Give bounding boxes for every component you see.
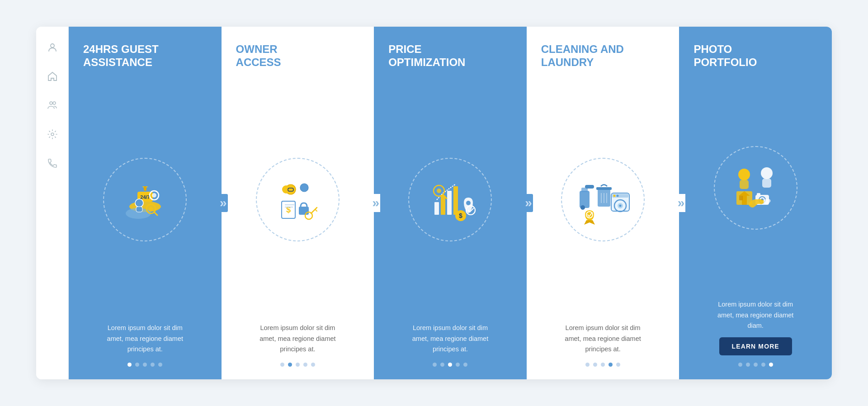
settings-icon[interactable] <box>45 127 60 142</box>
svg-point-42 <box>580 205 585 210</box>
dot-2-4[interactable] <box>303 363 307 367</box>
card3-illustration: $ <box>388 76 512 323</box>
card5-title: PHOTOPORTFOLIO <box>693 43 817 69</box>
card2-title: OWNERACCESS <box>236 43 360 69</box>
svg-point-53 <box>613 194 615 197</box>
svg-point-35 <box>466 201 471 205</box>
dot-1-1[interactable] <box>127 363 132 367</box>
svg-point-3 <box>51 133 54 136</box>
sidebar <box>36 27 69 379</box>
price-icon: $ <box>421 170 480 229</box>
svg-rect-59 <box>762 179 771 188</box>
dot-4-3[interactable] <box>601 363 605 367</box>
svg-point-10 <box>152 193 156 198</box>
cleaning-icon <box>571 170 635 229</box>
home-icon[interactable] <box>45 69 60 84</box>
dot-2-2[interactable] <box>288 363 292 367</box>
card2-desc: Lorem ipsum dolor sit dimamet, mea regio… <box>236 323 360 354</box>
svg-point-33 <box>437 189 441 193</box>
svg-point-54 <box>616 194 618 197</box>
svg-line-27 <box>315 209 317 211</box>
svg-rect-66 <box>757 193 760 195</box>
learn-more-button[interactable]: LEARN MORE <box>719 337 792 355</box>
dot-3-2[interactable] <box>440 363 444 367</box>
chevron-1-icon: » <box>219 194 228 212</box>
svg-point-17 <box>282 185 290 194</box>
user-icon[interactable] <box>45 40 60 55</box>
dot-2-5[interactable] <box>311 363 315 367</box>
svg-rect-29 <box>441 195 445 215</box>
chevron-3-icon: » <box>524 194 533 212</box>
card5-illustration <box>693 76 817 300</box>
svg-point-58 <box>761 167 773 179</box>
dot-4-1[interactable] <box>585 363 590 367</box>
svg-text:$: $ <box>459 212 462 219</box>
dot-3-3[interactable] <box>448 363 452 367</box>
dot-5-1[interactable] <box>738 363 742 367</box>
phone-icon[interactable] <box>45 156 60 170</box>
dot-1-3[interactable] <box>143 363 147 367</box>
card1-desc: Lorem ipsum dolor sit dimamet, mea regio… <box>83 323 207 354</box>
svg-rect-39 <box>580 191 590 208</box>
people-icon[interactable] <box>45 98 60 113</box>
dot-3-1[interactable] <box>433 363 437 367</box>
card1-title: 24HRS GUESTASSISTANCE <box>83 43 207 69</box>
dot-3-5[interactable] <box>463 363 467 367</box>
dot-5-3[interactable] <box>754 363 758 367</box>
concierge-icon: 24/7 <box>116 170 175 229</box>
svg-point-52 <box>619 204 621 207</box>
svg-rect-44 <box>596 187 612 190</box>
chevron-4-icon: » <box>677 194 686 212</box>
svg-point-14 <box>149 207 153 211</box>
svg-rect-62 <box>739 196 743 200</box>
dot-1-2[interactable] <box>135 363 139 367</box>
svg-point-11 <box>135 199 143 207</box>
svg-point-0 <box>51 44 54 47</box>
svg-rect-57 <box>740 180 749 189</box>
dot-5-2[interactable] <box>746 363 750 367</box>
svg-rect-28 <box>434 202 439 215</box>
dot-5-5[interactable] <box>769 363 773 367</box>
card4-illustration <box>541 76 665 323</box>
dot-2-3[interactable] <box>296 363 300 367</box>
svg-rect-12 <box>136 207 142 212</box>
card4-title: CLEANING ANDLAUNDRY <box>541 43 665 69</box>
svg-rect-41 <box>585 185 594 189</box>
svg-rect-24 <box>299 207 309 215</box>
card1-illustration: 24/7 <box>83 76 207 323</box>
svg-rect-5 <box>144 186 146 191</box>
svg-point-2 <box>53 102 56 104</box>
card-cleaning-laundry: CLEANING ANDLAUNDRY <box>527 27 679 379</box>
svg-point-1 <box>50 102 52 104</box>
card1-dots <box>83 363 207 367</box>
svg-line-15 <box>154 212 157 215</box>
card3-title: PRICEOPTIMIZATION <box>388 43 512 69</box>
card3-desc: Lorem ipsum dolor sit dimamet, mea regio… <box>388 323 512 354</box>
card5-desc: Lorem ipsum dolor sit dimamet, mea regio… <box>693 299 817 331</box>
dot-4-4[interactable] <box>609 363 613 367</box>
dot-5-4[interactable] <box>761 363 765 367</box>
svg-text:$: $ <box>286 205 291 214</box>
card3-dots <box>388 363 512 367</box>
portfolio-icon <box>724 159 787 217</box>
svg-rect-30 <box>447 191 452 215</box>
dot-1-4[interactable] <box>151 363 155 367</box>
card-guest-assistance: 24HRS GUESTASSISTANCE 24/7 <box>69 27 222 379</box>
dot-1-5[interactable] <box>158 363 162 367</box>
dot-2-1[interactable] <box>280 363 284 367</box>
card5-dots <box>693 363 817 367</box>
svg-point-18 <box>300 184 308 192</box>
cards-area: 24HRS GUESTASSISTANCE 24/7 <box>69 27 832 379</box>
card2-dots <box>236 363 360 367</box>
card-price-optimization: PRICEOPTIMIZATION <box>374 27 527 379</box>
card4-dots <box>541 363 665 367</box>
card4-desc: Lorem ipsum dolor sit dimamet, mea regio… <box>541 323 665 354</box>
dot-3-4[interactable] <box>456 363 460 367</box>
card2-illustration: $ <box>236 76 360 323</box>
dot-4-2[interactable] <box>593 363 597 367</box>
dot-4-5[interactable] <box>616 363 620 367</box>
svg-rect-31 <box>453 186 458 215</box>
owner-icon: $ <box>268 170 327 229</box>
card-owner-access: OWNERACCESS $ <box>222 27 374 379</box>
svg-point-56 <box>738 169 750 180</box>
